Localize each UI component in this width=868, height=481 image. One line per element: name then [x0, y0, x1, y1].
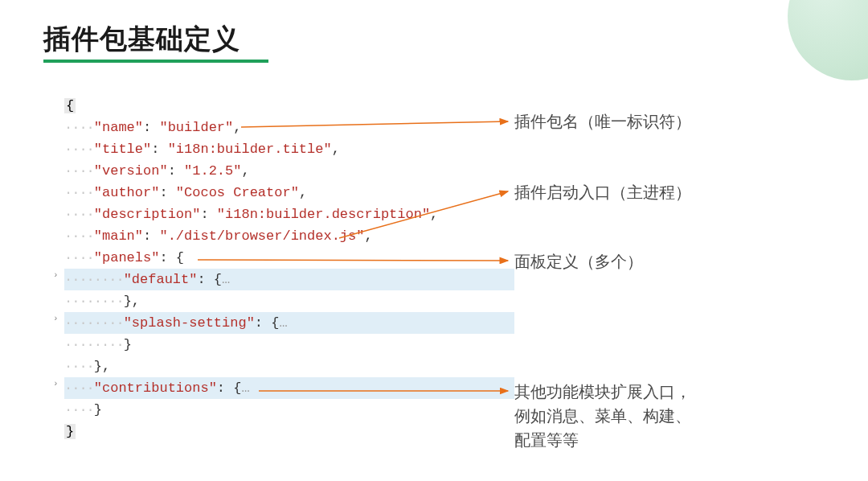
- annotation-main: 插件启动入口（主进程）: [514, 180, 691, 204]
- close-brace: }: [64, 424, 76, 439]
- annotation-panels: 面板定义（多个）: [514, 249, 643, 273]
- corner-decoration: [788, 0, 868, 80]
- annotation-name: 插件包名（唯一标识符）: [514, 109, 691, 134]
- page-title: 插件包基础定义: [43, 21, 240, 58]
- title-underline: [43, 60, 268, 63]
- open-brace: {: [64, 98, 76, 113]
- code-block: { ····"name": "builder", ····"title": "i…: [64, 95, 514, 442]
- fold-marker-icon[interactable]: ›: [53, 312, 59, 327]
- annotation-contributions: 其他功能模块扩展入口， 例如消息、菜单、构建、 配置等等: [514, 380, 691, 452]
- fold-marker-icon[interactable]: ›: [53, 377, 59, 392]
- fold-marker-icon[interactable]: ›: [53, 269, 59, 283]
